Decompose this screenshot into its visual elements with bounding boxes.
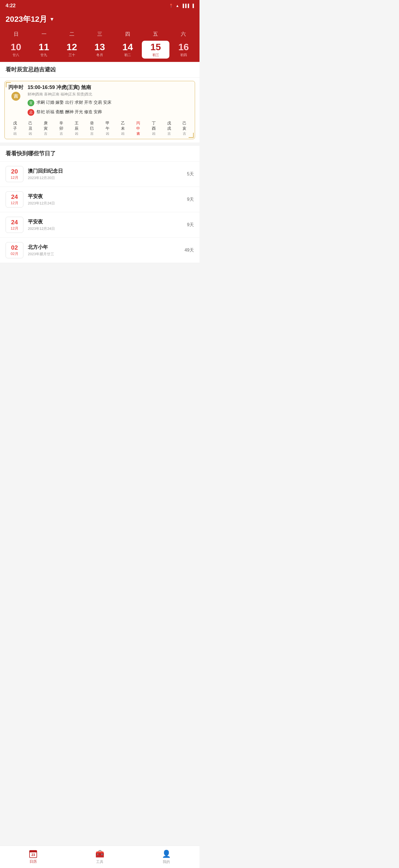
- hour-dizhi: 寅: [44, 126, 48, 131]
- festival-name: 澳门回归纪念日: [28, 167, 182, 174]
- hour-luck: 吉: [44, 131, 47, 136]
- weekday-tue: 二: [58, 31, 86, 37]
- time-gods: 财神|西南 喜神|正南 福神|正东 阳贵|西北: [28, 92, 192, 97]
- hour-col: 戊戌吉: [162, 121, 176, 136]
- hour-luck: 凶: [152, 131, 156, 136]
- dates-row: 10 廿八 11 廿九 12 三十 13 冬月 14 初二 15 初三 16 初…: [0, 40, 199, 62]
- weekday-sun: 日: [2, 31, 30, 37]
- festival-countdown: 9天: [187, 222, 194, 228]
- hour-luck: 吉: [90, 131, 94, 136]
- hour-luck: 吉: [167, 131, 171, 136]
- festival-item[interactable]: 24 12月 平安夜 2023年12月24日 9天: [0, 212, 199, 238]
- signal-icon: ▐▐▐: [181, 4, 189, 8]
- festival-info: 北方小年 2023年腊月廿三: [28, 244, 180, 257]
- date-10[interactable]: 10 廿八: [2, 41, 30, 59]
- festival-name: 北方小年: [28, 244, 180, 250]
- festival-list: 20 12月 澳门回归纪念日 2023年12月20日 5天 24 12月 平安夜…: [0, 161, 199, 263]
- hour-luck: 凶: [106, 131, 109, 136]
- main-content: 看时辰宜忌趋吉避凶 丙申时 吉 15:00-16:59 冲虎(王寅) 煞南 财神…: [0, 62, 199, 288]
- festival-day: 24: [11, 193, 18, 200]
- festival-date-text: 2023年12月24日: [28, 226, 182, 231]
- weekday-thu: 四: [114, 31, 141, 37]
- hour-tiangan: 癸: [90, 121, 94, 126]
- festival-month: 12月: [10, 226, 18, 231]
- festival-item[interactable]: 24 12月 平安夜 2023年12月24日 9天: [0, 187, 199, 212]
- status-bar: 4:22 📍 ▲ ▐▐▐ ▐: [0, 0, 199, 11]
- festival-date-box: 02 02月: [6, 242, 24, 258]
- hour-tiangan: 丙: [136, 121, 140, 126]
- location-icon: 📍: [169, 4, 173, 8]
- yi-activities: 求嗣 订婚 嫁娶 出行 求财 开市 交易 安床: [36, 99, 192, 106]
- date-16[interactable]: 16 初四: [170, 41, 197, 59]
- hour-col: 庚寅吉: [38, 121, 53, 136]
- festival-name: 平安夜: [28, 218, 182, 225]
- hours-table: 戊子凶己丑凶庚寅吉辛卯吉王辰凶癸巳吉甲午凶乙未凶丙申吉丁酉凶戊戌吉己亥吉: [7, 121, 192, 136]
- date-14[interactable]: 14 初二: [114, 41, 141, 59]
- header: 2023年12月 ▼: [0, 11, 199, 30]
- hour-col: 己丑凶: [23, 121, 38, 136]
- time-card: 丙申时 吉 15:00-16:59 冲虎(王寅) 煞南 财神|西南 喜神|正南 …: [4, 81, 195, 139]
- hour-col: 丁酉凶: [146, 121, 161, 136]
- weekday-wed: 三: [86, 31, 114, 37]
- festival-month: 12月: [10, 200, 18, 206]
- weekday-fri: 五: [141, 31, 169, 37]
- festival-countdown: 5天: [187, 171, 194, 177]
- dropdown-icon[interactable]: ▼: [49, 17, 54, 22]
- festivals-header: 看看快到哪些节日了: [0, 146, 199, 161]
- status-time: 4:22: [6, 3, 15, 9]
- time-range: 15:00-16:59 冲虎(王寅) 煞南: [28, 84, 192, 91]
- auspicious-section-header: 看时辰宜忌趋吉避凶: [0, 62, 199, 78]
- hour-tiangan: 己: [182, 121, 187, 126]
- festival-date-text: 2023年腊月廿三: [28, 252, 180, 257]
- hour-dizhi: 巳: [90, 126, 94, 131]
- hour-tiangan: 甲: [106, 121, 109, 126]
- hours-grid: 戊子凶己丑凶庚寅吉辛卯吉王辰凶癸巳吉甲午凶乙未凶丙申吉丁酉凶戊戌吉己亥吉: [7, 121, 192, 136]
- festival-info: 澳门回归纪念日 2023年12月20日: [28, 167, 182, 181]
- festival-info: 平安夜 2023年12月24日: [28, 218, 182, 231]
- hour-col: 乙未凶: [115, 121, 130, 136]
- festival-date-text: 2023年12月20日: [28, 176, 182, 181]
- festival-name: 平安夜: [28, 193, 182, 200]
- festival-date-text: 2023年12月24日: [28, 201, 182, 206]
- hour-dizhi: 亥: [182, 126, 187, 131]
- hour-col: 戊子凶: [7, 121, 22, 136]
- hour-dizhi: 酉: [152, 126, 156, 131]
- festival-day: 24: [11, 219, 18, 226]
- festival-date-box: 20 12月: [6, 166, 24, 182]
- hour-tiangan: 戊: [167, 121, 171, 126]
- hour-col: 癸巳吉: [85, 121, 99, 136]
- ji-activities: 祭祀 祈福 斋醮 酬神 开光 修造 安葬: [36, 108, 192, 115]
- yi-badge: 宜: [28, 100, 34, 106]
- weekday-row: 日 一 二 三 四 五 六: [0, 30, 199, 40]
- hour-tiangan: 辛: [59, 121, 63, 126]
- hour-dizhi: 申: [136, 126, 140, 131]
- date-11[interactable]: 11 廿九: [30, 41, 57, 59]
- festival-info: 平安夜 2023年12月24日: [28, 193, 182, 206]
- hour-col: 王辰凶: [69, 121, 84, 136]
- festival-day: 20: [11, 168, 18, 175]
- hour-col: 甲午凶: [100, 121, 115, 136]
- hour-tiangan: 庚: [44, 121, 48, 126]
- festival-month: 12月: [10, 175, 18, 180]
- date-12[interactable]: 12 三十: [58, 41, 86, 59]
- festival-date-box: 24 12月: [6, 191, 24, 208]
- hour-luck: 吉: [183, 131, 186, 136]
- date-13[interactable]: 13 冬月: [86, 41, 113, 59]
- festival-countdown: 49天: [185, 247, 194, 253]
- hour-dizhi: 戌: [167, 126, 171, 131]
- time-label: 丙申时: [8, 84, 24, 91]
- festival-item[interactable]: 20 12月 澳门回归纪念日 2023年12月20日 5天: [0, 161, 199, 187]
- wifi-icon: ▲: [175, 4, 179, 8]
- festival-item[interactable]: 02 02月 北方小年 2023年腊月廿三 49天: [0, 238, 199, 263]
- time-info-col: 15:00-16:59 冲虎(王寅) 煞南 财神|西南 喜神|正南 福神|正东 …: [28, 84, 192, 118]
- festival-day: 02: [11, 244, 18, 251]
- hour-luck: 凶: [121, 131, 125, 136]
- ji-badge: 吉: [11, 92, 20, 101]
- date-15-today[interactable]: 15 初三: [142, 41, 169, 59]
- hour-luck: 吉: [136, 131, 140, 136]
- hour-col: 丙申吉: [131, 121, 146, 136]
- hour-col: 己亥吉: [177, 121, 192, 136]
- ji-activities-badge: 忌: [28, 109, 34, 116]
- yi-section: 宜 求嗣 订婚 嫁娶 出行 求财 开市 交易 安床: [28, 99, 192, 106]
- header-title[interactable]: 2023年12月: [6, 14, 47, 25]
